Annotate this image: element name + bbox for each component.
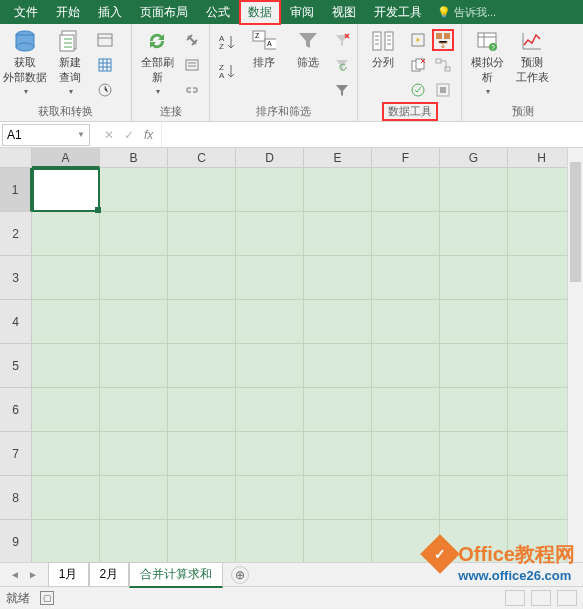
- database-icon: [13, 29, 37, 53]
- sort-desc-button[interactable]: ZA: [214, 58, 240, 84]
- svg-text:A: A: [267, 40, 272, 47]
- tab-dev[interactable]: 开发工具: [365, 0, 431, 25]
- whatif-button[interactable]: ? 模拟分析: [466, 29, 508, 96]
- filter-button[interactable]: 筛选: [287, 29, 328, 70]
- svg-rect-24: [444, 33, 450, 39]
- sheet-tab[interactable]: 1月: [48, 562, 89, 587]
- fx-icon[interactable]: fx: [144, 128, 153, 142]
- clear-filter-button[interactable]: [331, 29, 353, 51]
- tab-file[interactable]: 文件: [5, 0, 47, 25]
- chevron-down-icon[interactable]: ▼: [77, 130, 85, 139]
- formula-input[interactable]: [161, 122, 583, 147]
- svg-rect-8: [186, 60, 198, 70]
- get-external-data-label: 获取 外部数据: [3, 55, 47, 85]
- svg-text:A: A: [219, 71, 225, 80]
- properties-button[interactable]: [181, 54, 203, 76]
- forecast-sheet-button[interactable]: 预测 工作表: [511, 29, 553, 85]
- consolidate-button[interactable]: [432, 29, 454, 51]
- page-break-view-button[interactable]: [557, 590, 577, 606]
- col-header[interactable]: D: [236, 148, 304, 168]
- advanced-filter-button[interactable]: [331, 79, 353, 101]
- row-header[interactable]: 5: [0, 344, 32, 388]
- watermark-url: www.office26.com: [458, 568, 575, 583]
- reapply-button[interactable]: [331, 54, 353, 76]
- sort-label: 排序: [253, 55, 275, 70]
- cancel-icon: ✕: [104, 128, 114, 142]
- row-header[interactable]: 4: [0, 300, 32, 344]
- row-header[interactable]: 6: [0, 388, 32, 432]
- text-to-columns-button[interactable]: 分列: [362, 29, 404, 70]
- recent-sources-button[interactable]: [94, 79, 116, 101]
- refresh-all-button[interactable]: 全部刷新: [136, 29, 178, 96]
- svg-rect-28: [440, 87, 446, 93]
- text-to-columns-icon: [371, 29, 395, 53]
- filter-icon: [296, 29, 320, 53]
- confirm-icon: ✓: [124, 128, 134, 142]
- ribbon-tabbar: 文件 开始 插入 页面布局 公式 数据 审阅 视图 开发工具 💡 告诉我...: [0, 0, 583, 24]
- normal-view-button[interactable]: [505, 590, 525, 606]
- new-sheet-button[interactable]: ⊕: [231, 566, 249, 584]
- show-queries-button[interactable]: [94, 29, 116, 51]
- svg-rect-17: [373, 32, 381, 50]
- row-header[interactable]: 1: [0, 168, 32, 212]
- cells-area[interactable]: [32, 168, 583, 562]
- col-header[interactable]: E: [304, 148, 372, 168]
- group-label-forecast: 预测: [466, 104, 579, 121]
- remove-duplicates-button[interactable]: [407, 54, 429, 76]
- manage-data-model-button[interactable]: [432, 79, 454, 101]
- relationships-button[interactable]: [432, 54, 454, 76]
- active-cell[interactable]: [32, 168, 100, 212]
- macro-record-icon[interactable]: ▢: [40, 591, 54, 605]
- sheet-tab[interactable]: 2月: [89, 562, 130, 587]
- col-header[interactable]: B: [100, 148, 168, 168]
- group-get-transform: 获取 外部数据 新建 查询 获取和转换: [0, 24, 132, 121]
- svg-text:Z: Z: [255, 32, 260, 39]
- edit-links-button[interactable]: [181, 79, 203, 101]
- col-header[interactable]: G: [440, 148, 508, 168]
- sheet-nav[interactable]: ◄►: [0, 569, 48, 580]
- sort-asc-button[interactable]: AZ: [214, 29, 240, 55]
- status-bar: 就绪 ▢: [0, 586, 583, 609]
- page-layout-view-button[interactable]: [531, 590, 551, 606]
- tab-home[interactable]: 开始: [47, 0, 89, 25]
- status-ready: 就绪: [6, 590, 30, 607]
- row-header[interactable]: 9: [0, 520, 32, 562]
- row-header[interactable]: 3: [0, 256, 32, 300]
- col-header[interactable]: H: [508, 148, 576, 168]
- group-data-tools: 分列 数据工具: [358, 24, 462, 121]
- forecast-sheet-label: 预测 工作表: [516, 55, 549, 85]
- tab-view[interactable]: 视图: [323, 0, 365, 25]
- data-validation-button[interactable]: [407, 79, 429, 101]
- col-header[interactable]: A: [32, 148, 100, 168]
- ribbon: 获取 外部数据 新建 查询 获取和转换 全部刷新: [0, 24, 583, 122]
- name-box[interactable]: A1 ▼: [2, 124, 90, 146]
- sort-button[interactable]: ZA 排序: [243, 29, 284, 70]
- tab-layout[interactable]: 页面布局: [131, 0, 197, 25]
- tab-data[interactable]: 数据: [239, 0, 281, 25]
- tell-me[interactable]: 💡 告诉我...: [437, 5, 496, 20]
- col-header[interactable]: C: [168, 148, 236, 168]
- tab-review[interactable]: 审阅: [281, 0, 323, 25]
- new-query-icon: [58, 29, 82, 53]
- row-header[interactable]: 2: [0, 212, 32, 256]
- from-table-button[interactable]: [94, 54, 116, 76]
- tab-insert[interactable]: 插入: [89, 0, 131, 25]
- new-query-button[interactable]: 新建 查询: [49, 29, 91, 96]
- sheet-tab-active[interactable]: 合并计算求和: [129, 562, 223, 588]
- row-header[interactable]: 7: [0, 432, 32, 476]
- col-header[interactable]: F: [372, 148, 440, 168]
- svg-rect-5: [98, 34, 112, 46]
- group-connections: 全部刷新 连接: [132, 24, 210, 121]
- whatif-label: 模拟分析: [466, 55, 508, 85]
- text-to-columns-label: 分列: [372, 55, 394, 70]
- vertical-scrollbar[interactable]: [567, 148, 583, 562]
- tab-formula[interactable]: 公式: [197, 0, 239, 25]
- row-header[interactable]: 8: [0, 476, 32, 520]
- connections-button[interactable]: [181, 29, 203, 51]
- select-all-triangle[interactable]: [0, 148, 32, 168]
- flash-fill-button[interactable]: [407, 29, 429, 51]
- get-external-data-button[interactable]: 获取 外部数据: [4, 29, 46, 96]
- group-forecast: ? 模拟分析 预测 工作表 预测: [462, 24, 583, 121]
- svg-rect-6: [99, 59, 111, 71]
- svg-rect-23: [436, 33, 442, 39]
